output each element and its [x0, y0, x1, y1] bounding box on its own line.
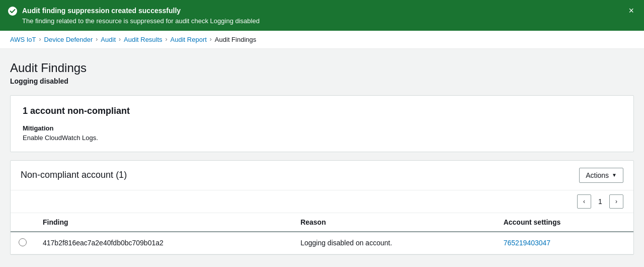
breadcrumb-audit[interactable]: Audit: [101, 36, 116, 43]
breadcrumb-sep-5: ›: [210, 36, 212, 43]
col-reason: Reason: [292, 213, 496, 232]
main-content: Audit Findings Logging disabled 1 accoun…: [0, 49, 644, 267]
table-title-text: Non-compliant account: [21, 170, 113, 180]
banner-content: Audit finding suppression created succes…: [8, 6, 260, 25]
next-icon: ›: [615, 198, 617, 205]
breadcrumb-audit-results[interactable]: Audit Results: [124, 36, 163, 43]
account-settings-link[interactable]: 765219403047: [504, 239, 550, 247]
success-icon: [8, 7, 17, 17]
table-header-row: Finding Reason Account settings: [11, 213, 633, 232]
breadcrumb-sep-4: ›: [166, 36, 168, 43]
table-row: 417b2f816eac7a2e40fdb0bc709b01a2 Logging…: [11, 232, 633, 254]
banner-text: Audit finding suppression created succes…: [22, 6, 260, 25]
table-count: (1): [116, 170, 127, 180]
summary-card: 1 account non-compliant Mitigation Enabl…: [10, 95, 634, 152]
mitigation-label: Mitigation: [23, 124, 621, 132]
summary-stat: 1 account non-compliant: [23, 106, 621, 116]
summary-card-body: 1 account non-compliant Mitigation Enabl…: [11, 96, 633, 152]
table-card: Non-compliant account (1) Actions ▼ ‹ 1 …: [10, 160, 634, 255]
page-subtitle: Logging disabled: [10, 77, 634, 85]
page-number: 1: [595, 197, 605, 206]
banner-subtitle: The finding related to the resource is s…: [22, 17, 260, 25]
col-finding: Finding: [35, 213, 292, 232]
actions-button[interactable]: Actions ▼: [579, 168, 623, 183]
pagination: ‹ 1 ›: [11, 190, 633, 213]
breadcrumb-sep-3: ›: [119, 36, 121, 43]
banner-close-button[interactable]: ×: [626, 6, 636, 15]
breadcrumb-audit-report[interactable]: Audit Report: [171, 36, 207, 43]
prev-icon: ‹: [583, 198, 585, 205]
breadcrumb-current: Audit Findings: [215, 36, 256, 43]
page-title: Audit Findings: [10, 61, 634, 75]
breadcrumb-sep-2: ›: [96, 36, 98, 43]
breadcrumb: AWS IoT › Device Defender › Audit › Audi…: [10, 36, 634, 43]
row-finding: 417b2f816eac7a2e40fdb0bc709b01a2: [35, 232, 292, 254]
findings-table: Finding Reason Account settings: [11, 213, 633, 254]
row-account-settings[interactable]: 765219403047: [496, 232, 633, 254]
success-banner: Audit finding suppression created succes…: [0, 0, 644, 31]
breadcrumb-device-defender[interactable]: Device Defender: [44, 36, 93, 43]
row-select-cell[interactable]: [11, 232, 35, 254]
chevron-down-icon: ▼: [612, 172, 617, 178]
col-select: [11, 213, 35, 232]
col-account-settings: Account settings: [496, 213, 633, 232]
banner-title: Audit finding suppression created succes…: [22, 6, 260, 16]
mitigation-value: Enable CloudWatch Logs.: [23, 134, 621, 142]
breadcrumb-aws-iot[interactable]: AWS IoT: [10, 36, 36, 43]
breadcrumb-sep-1: ›: [39, 36, 41, 43]
next-page-button[interactable]: ›: [609, 194, 623, 209]
actions-label: Actions: [586, 171, 609, 179]
table-card-title: Non-compliant account (1): [21, 170, 127, 180]
prev-page-button[interactable]: ‹: [577, 194, 591, 209]
svg-point-0: [8, 7, 17, 16]
row-reason: Logging disabled on account.: [292, 232, 496, 254]
row-radio[interactable]: [19, 238, 27, 246]
table-card-header: Non-compliant account (1) Actions ▼: [11, 161, 633, 190]
breadcrumb-bar: AWS IoT › Device Defender › Audit › Audi…: [0, 31, 644, 49]
